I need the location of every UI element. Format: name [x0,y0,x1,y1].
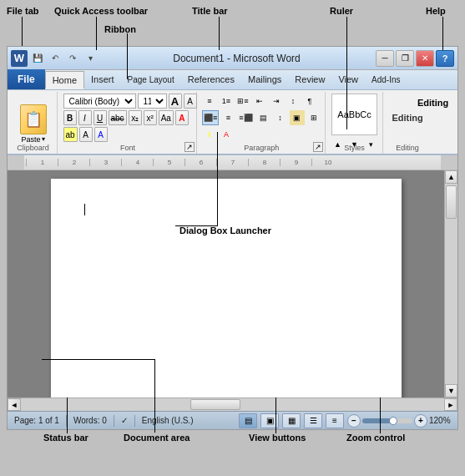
clear-format-button[interactable]: A [79,127,93,142]
doc-container: ▲ ▼ [8,170,457,398]
font-dialog-launcher[interactable]: ↗ [184,142,195,152]
italic-button[interactable]: I [78,110,92,125]
print-layout-button[interactable]: ▤ [239,413,257,428]
scroll-thumb[interactable] [446,185,457,219]
scroll-left-button[interactable]: ◄ [8,398,21,411]
draft-button[interactable]: ≡ [326,413,344,428]
align-left-button[interactable]: ⬛≡ [202,110,219,125]
tab-view[interactable]: View [331,71,365,89]
tab-review[interactable]: Review [288,71,331,89]
close-button[interactable]: ✕ [416,50,434,67]
sort-button[interactable]: ↕ [286,94,301,109]
paragraph-dialog-launcher[interactable]: ↗ [313,142,323,152]
para-row-3: I A [202,127,321,142]
ribbon-group-styles: AaBbCc ▲ ▼ ▾ Styles [327,92,383,154]
superscript-button[interactable]: x² [144,110,157,125]
subscript-button[interactable]: x₂ [129,110,142,125]
paste-dropdown-icon[interactable]: ▾ [42,135,45,143]
status-bar-annotation: Status bar [43,433,88,443]
highlight-button[interactable]: ab [63,127,78,142]
zoom-slider[interactable] [362,418,412,423]
outline-button[interactable]: ☰ [304,413,322,428]
spell-check-icon[interactable]: ✓ [118,416,131,425]
font-color2-button[interactable]: A [94,127,108,142]
font-size-select[interactable]: 11 [138,94,167,109]
paragraph-content: ≡ 1≡ ⊞≡ ⇤ ⇥ ↕ ¶ ⬛≡ ≡ ≡⬛ ▤ ↕ ▣ ⊞ [202,94,321,142]
tab-insert[interactable]: Insert [84,71,121,89]
ruler-tick-5: 5 [153,159,184,166]
zoom-out-button[interactable]: − [347,414,361,428]
numbering-button[interactable]: 1≡ [219,94,234,109]
styles-preview[interactable]: AaBbCc [331,94,377,135]
editing-content: Editing [392,94,422,142]
font-color-button[interactable]: A [175,110,189,125]
font-row-1: Calibri (Body) 11 A A [63,94,193,109]
tab-home[interactable]: Home [45,71,84,89]
font-case-button[interactable]: Aa [159,110,174,125]
scroll-up-button[interactable]: ▲ [445,170,457,184]
para-row-1: ≡ 1≡ ⊞≡ ⇤ ⇥ ↕ ¶ [202,94,321,109]
scroll-track[interactable] [445,184,457,384]
tab-mailings[interactable]: Mailings [241,71,288,89]
bold-button[interactable]: B [63,110,77,125]
customize-quick-btn[interactable]: ▾ [83,51,98,66]
tab-references[interactable]: References [181,71,241,89]
h-scroll-thumb[interactable] [190,399,240,410]
borders-button[interactable]: ⊞ [306,110,321,125]
ruler-left-margin [8,155,24,170]
document-page[interactable] [51,179,402,398]
ruler-annotation: Ruler [330,6,353,16]
web-layout-button[interactable]: ▦ [282,413,301,428]
language-indicator[interactable]: English (U.S.) [139,416,197,425]
font-name-select[interactable]: Calibri (Body) [63,94,136,109]
align-center-button[interactable]: ≡ [220,110,235,125]
file-tab[interactable]: File [8,69,45,89]
dialog-box-line-h [175,225,217,226]
ruler-bar: 1 2 3 4 5 6 7 8 9 10 [8,155,457,170]
scroll-right-button[interactable]: ► [444,398,457,411]
scroll-down-button[interactable]: ▼ [445,384,457,398]
document-scroll-area[interactable] [8,170,444,398]
save-quick-btn[interactable]: 💾 [30,51,45,66]
strikethrough-button[interactable]: abc [109,110,127,125]
bullets-button[interactable]: ≡ [202,94,217,109]
paste-button[interactable]: 📋 Paste ▾ [18,103,48,145]
ruler-tick-7: 7 [216,159,248,166]
shading-button[interactable]: ▣ [290,110,305,125]
status-bar: Page: 1 of 1 Words: 0 ✓ English (U.S.) ▤… [8,411,457,429]
shrink-font-button[interactable]: A [184,94,197,109]
word-count[interactable]: Words: 0 [70,416,110,425]
tab-page-layout[interactable]: Page Layout [121,71,181,89]
view-buttons-annotation: View buttons [249,433,306,443]
redo-quick-btn[interactable]: ↷ [65,51,80,66]
clipboard-label: Clipboard [9,144,57,152]
show-hide-button[interactable]: ¶ [302,94,317,109]
zoom-slider-thumb[interactable] [389,417,397,425]
increase-indent-button[interactable]: ⇥ [269,94,284,109]
highlight-color-button[interactable]: I [202,127,217,142]
help-button[interactable]: ? [436,50,454,67]
font-row-2: B I U abc x₂ x² Aa A [63,110,193,125]
align-right-button[interactable]: ≡⬛ [237,110,254,125]
undo-quick-btn[interactable]: ↶ [48,51,63,66]
title-bar-left: W 💾 ↶ ↷ ▾ [11,50,98,67]
window-controls: ─ ❐ ✕ ? [376,50,454,67]
zoom-in-button[interactable]: + [414,414,427,428]
horizontal-scrollbar: ◄ ► [8,398,457,411]
line-spacing-button[interactable]: ↕ [273,110,288,125]
font-row-3: ab A A [63,127,193,142]
grow-font-button[interactable]: A [169,94,182,109]
justify-button[interactable]: ▤ [256,110,271,125]
tab-add-ins[interactable]: Add-Ins [365,71,407,89]
quick-access-line [96,17,97,50]
underline-button[interactable]: U [94,110,107,125]
page-indicator[interactable]: Page: 1 of 1 [11,416,63,425]
minimize-button[interactable]: ─ [376,50,394,67]
paste-label: Paste [21,135,40,144]
restore-button[interactable]: ❐ [396,50,414,67]
decrease-indent-button[interactable]: ⇤ [252,94,267,109]
font-color3-button[interactable]: A [219,127,234,142]
dialog-box-line-v [217,132,218,226]
ruler-numbers: 1 2 3 4 5 6 7 8 9 10 [26,159,343,166]
multilevel-button[interactable]: ⊞≡ [235,94,250,109]
